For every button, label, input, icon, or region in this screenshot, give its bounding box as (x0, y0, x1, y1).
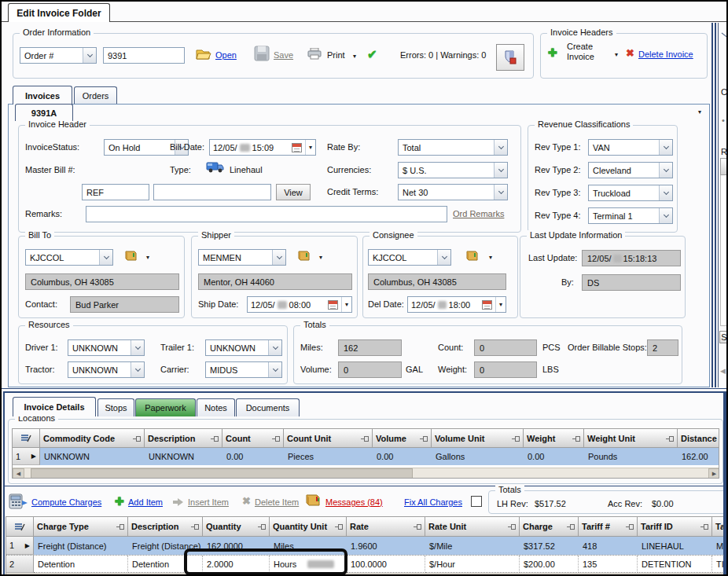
cell-charge[interactable]: $200.00 (520, 556, 579, 573)
row-number-cell[interactable]: 2 (6, 556, 34, 573)
cell-quantity[interactable]: 162.0000 (203, 537, 270, 555)
locations-col-description[interactable]: Description (145, 429, 222, 448)
open-folder-icon[interactable] (196, 47, 211, 61)
charges-col-quantity[interactable]: Quantity (203, 517, 270, 537)
cell-charge-type[interactable]: Detention (34, 556, 128, 573)
consignee-combo[interactable]: KJCCOL (368, 249, 451, 266)
charges-col-quantity-unit[interactable]: Quantity Unit (270, 517, 347, 537)
chevron-down-icon[interactable] (131, 362, 144, 377)
charges-row-2[interactable]: 2 Detention Detention 2.0000 Hours 100.0… (6, 555, 723, 573)
horizontal-splitter[interactable] (2, 388, 726, 389)
cell-volume-unit[interactable]: Gallons (432, 448, 524, 465)
scrollbar-thumb[interactable] (31, 468, 413, 479)
scroll-right-icon[interactable]: ▶ (708, 468, 719, 479)
grid-customize-icon[interactable] (6, 517, 34, 537)
pin-icon[interactable] (567, 523, 575, 530)
chevron-down-icon[interactable] (437, 250, 450, 265)
view-button[interactable]: View (276, 184, 311, 200)
cell-tariff-id[interactable]: DETENTION (638, 556, 712, 573)
cell-quantity-unit[interactable]: Miles (270, 537, 347, 555)
credit-terms-combo[interactable]: Net 30 (398, 184, 508, 200)
print-label[interactable]: Print (327, 50, 345, 60)
messages-link[interactable]: Messages (84) (325, 497, 383, 507)
rev-type-1-combo[interactable]: VAN (588, 139, 673, 156)
locations-horizontal-scrollbar[interactable]: ◀ ▶ (13, 468, 719, 479)
pin-icon[interactable] (626, 523, 634, 530)
locations-col-count-unit[interactable]: Count Unit (284, 429, 373, 448)
chevron-down-icon[interactable] (494, 140, 507, 155)
charges-col-charge[interactable]: Charge (520, 517, 579, 537)
pin-icon[interactable] (191, 523, 199, 530)
cell-charge[interactable]: $317.52 (520, 537, 579, 555)
locations-col-weight[interactable]: Weight (524, 429, 584, 448)
pin-icon[interactable] (361, 435, 369, 442)
tab-invoice-9391A[interactable]: 9391A (15, 104, 73, 121)
cell-description[interactable]: Detention (128, 556, 203, 573)
ord-remarks-link[interactable]: Ord Remarks (453, 209, 504, 218)
chevron-down-icon[interactable] (659, 185, 672, 200)
pin-icon[interactable] (512, 435, 520, 442)
address-book-icon[interactable] (124, 250, 138, 262)
print-dropdown-icon[interactable]: ▾ (353, 53, 356, 60)
tab-paperwork[interactable]: Paperwork (135, 398, 196, 416)
calendar-icon[interactable] (482, 300, 492, 310)
pin-icon[interactable] (335, 523, 343, 530)
cell-quantity-unit[interactable]: Hours (270, 556, 347, 573)
scroll-left-icon[interactable]: ◀ (13, 468, 24, 479)
print-icon[interactable] (307, 48, 322, 60)
delete-invoice-link[interactable]: Delete Invoice (638, 50, 693, 59)
cell-cut[interactable]: MI (712, 537, 723, 555)
cell-weight[interactable]: 0.00 (524, 448, 584, 465)
chevron-down-icon[interactable] (268, 340, 281, 355)
cell-rate[interactable]: 1.9600 (347, 537, 425, 555)
tractor-combo[interactable]: UNKNOWN (68, 361, 145, 378)
rev-type-4-combo[interactable]: Terminal 1 (588, 207, 673, 224)
tabstrip-dropdown-icon[interactable]: ▾ (698, 108, 701, 116)
row-number-cell[interactable]: 1 ▶ (6, 537, 34, 555)
create-invoice-plus-icon[interactable]: ✚ (548, 46, 557, 59)
chevron-down-icon[interactable] (659, 208, 672, 223)
delete-invoice-x-icon[interactable]: ✖ (626, 47, 634, 59)
ref-type-field[interactable]: REF (82, 184, 149, 200)
tab-invoices[interactable]: Invoices (13, 86, 72, 105)
address-book-dropdown-icon[interactable]: ▾ (146, 254, 149, 261)
add-item-link[interactable]: Add Item (128, 497, 163, 507)
tab-documents[interactable]: Documents (236, 398, 300, 416)
cell-rate-unit[interactable]: $/Mile (425, 537, 520, 555)
chevron-down-icon[interactable] (272, 250, 285, 265)
cell-tariff-number[interactable]: 418 (579, 537, 638, 555)
chevron-down-icon[interactable]: ▾ (499, 301, 502, 308)
tab-notes[interactable]: Notes (197, 398, 235, 416)
locations-col-weight-unit[interactable]: Weight Unit (584, 429, 678, 448)
cell-description[interactable]: Freight (Distance) (128, 537, 203, 555)
grid-customize-icon[interactable] (13, 429, 40, 448)
locations-col-commodity-code[interactable]: Commodity Code (40, 429, 145, 448)
cell-distance[interactable]: 162.00 (678, 448, 719, 465)
fix-all-charges-link[interactable]: Fix All Charges (404, 497, 462, 507)
trailer1-combo[interactable]: UNKNOWN (205, 339, 282, 356)
invoice-status-shield-button[interactable] (496, 44, 524, 71)
pin-icon[interactable] (414, 523, 421, 530)
cell-volume[interactable]: 0.00 (373, 448, 432, 465)
chevron-down-icon[interactable] (131, 340, 144, 355)
ref-value-field[interactable] (153, 184, 271, 200)
locations-col-count[interactable]: Count (222, 429, 284, 448)
pin-icon[interactable] (116, 523, 124, 530)
cell-cut[interactable]: TI (712, 556, 723, 573)
chevron-down-icon[interactable] (494, 163, 507, 178)
bill-date-picker[interactable]: 12/05/ 15:09 ▾ (209, 139, 316, 156)
locations-col-volume[interactable]: Volume (373, 429, 432, 448)
cell-quantity[interactable]: 2.0000 (203, 556, 270, 573)
rev-type-2-combo[interactable]: Cleveland (588, 162, 673, 178)
cell-weight-unit[interactable]: Pounds (584, 448, 678, 465)
pin-icon[interactable] (420, 435, 428, 442)
del-date-picker[interactable]: 12/05/ 18:00 ▾ (407, 296, 506, 313)
pin-icon[interactable] (666, 435, 674, 442)
charges-col-tariff-id[interactable]: Tariff ID (638, 517, 712, 537)
window-tab-edit-invoice-folder[interactable]: Edit Invoice Folder (8, 3, 110, 22)
calendar-icon[interactable] (328, 300, 338, 310)
chevron-down-icon[interactable] (659, 140, 672, 155)
pin-icon[interactable] (258, 523, 266, 530)
charges-col-tariff-number[interactable]: Tariff # (579, 517, 638, 537)
cell-tariff-number[interactable]: 135 (579, 556, 638, 573)
